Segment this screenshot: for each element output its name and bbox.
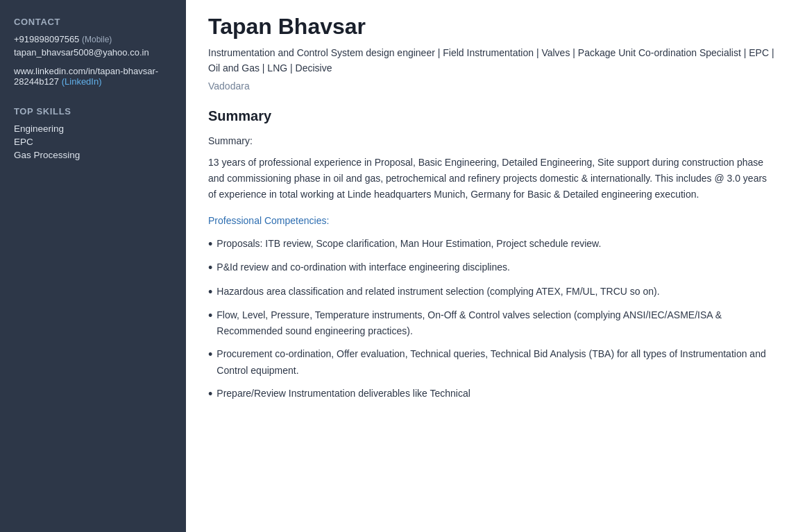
bullet-text: Hazardous area classification and relate…	[217, 284, 659, 300]
bullet-text: Flow, Level, Pressure, Temperature instr…	[217, 307, 776, 339]
bullet-text: Prepare/Review Instrumentation deliverab…	[217, 386, 470, 402]
skill-item: Engineering	[14, 123, 172, 134]
skill-item: Gas Processing	[14, 150, 172, 160]
bullet-text: Procurement co-ordination, Offer evaluat…	[217, 346, 776, 378]
bullet-dot: •	[208, 237, 212, 252]
bullet-dot: •	[208, 386, 212, 402]
bullet-text: Proposals: ITB review, Scope clarificati…	[217, 236, 601, 252]
summary-label: Summary:	[208, 135, 776, 146]
bullet-dot: •	[208, 260, 212, 276]
phone-label: (Mobile)	[82, 35, 112, 44]
contact-section: Contact +919898097565 (Mobile) tapan_bha…	[14, 17, 172, 87]
skills-section: Top Skills EngineeringEPCGas Processing	[14, 106, 172, 160]
phone-number: +919898097565	[14, 34, 79, 44]
competencies-list: •Proposals: ITB review, Scope clarificat…	[208, 236, 776, 402]
competencies-title: Professional Competencies:	[208, 215, 776, 226]
bullet-item: •P&Id review and co-ordination with inte…	[208, 259, 776, 276]
sidebar: Contact +919898097565 (Mobile) tapan_bha…	[0, 0, 186, 532]
contact-email: tapan_bhavsar5008@yahoo.co.in	[14, 47, 172, 58]
skills-list: EngineeringEPCGas Processing	[14, 123, 172, 160]
skill-item: EPC	[14, 137, 172, 147]
bullet-item: •Flow, Level, Pressure, Temperature inst…	[208, 307, 776, 339]
skills-heading: Top Skills	[14, 106, 172, 117]
linkedin-label: (LinkedIn)	[62, 76, 102, 87]
bullet-item: •Proposals: ITB review, Scope clarificat…	[208, 236, 776, 252]
bullet-dot: •	[208, 308, 212, 324]
main-content: Tapan Bhavsar Instrumentation and Contro…	[186, 0, 798, 532]
profile-location: Vadodara	[208, 80, 776, 92]
profile-tagline: Instrumentation and Control System desig…	[208, 45, 776, 76]
profile-name: Tapan Bhavsar	[208, 14, 776, 40]
bullet-item: •Prepare/Review Instrumentation delivera…	[208, 386, 776, 402]
contact-heading: Contact	[14, 17, 172, 27]
summary-body: 13 years of professional experience in P…	[208, 155, 776, 203]
contact-linkedin: www.linkedin.com/in/tapan-bhavsar-28244b…	[14, 66, 172, 87]
bullet-dot: •	[208, 347, 212, 363]
bullet-dot: •	[208, 284, 212, 300]
bullet-text: P&Id review and co-ordination with inter…	[217, 259, 510, 275]
summary-heading: Summary	[208, 108, 776, 127]
contact-phone: +919898097565 (Mobile)	[14, 34, 172, 44]
bullet-item: •Procurement co-ordination, Offer evalua…	[208, 346, 776, 378]
bullet-item: •Hazardous area classification and relat…	[208, 284, 776, 300]
